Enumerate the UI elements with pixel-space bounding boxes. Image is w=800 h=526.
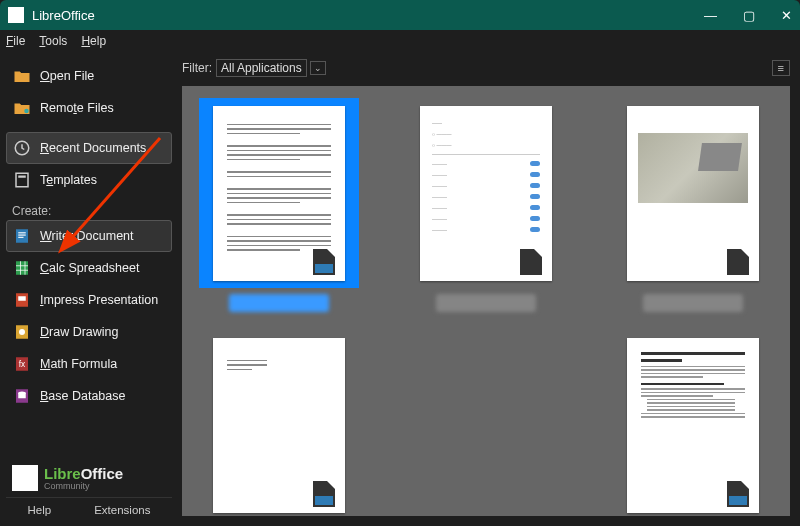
document-card[interactable] (196, 98, 363, 312)
document-thumbnail (199, 330, 359, 516)
sidebar: Open File Remote Files Recent Documents … (0, 52, 178, 526)
draw-icon (12, 323, 32, 341)
document-label (643, 294, 743, 312)
svg-rect-5 (18, 232, 26, 233)
hamburger-menu-icon[interactable]: ≡ (772, 60, 790, 76)
document-label (436, 294, 536, 312)
libreoffice-logo: LibreOffice Community (6, 461, 172, 491)
svg-rect-6 (18, 235, 26, 236)
sidebar-base[interactable]: Base Database (6, 380, 172, 412)
svg-rect-17 (18, 393, 26, 398)
file-icon (727, 249, 749, 275)
extensions-link[interactable]: Extensions (94, 504, 150, 516)
main-area: Open File Remote Files Recent Documents … (0, 52, 800, 526)
document-thumbnail-selected (199, 98, 359, 288)
writer-icon (12, 227, 32, 245)
document-thumbnail (613, 330, 773, 516)
document-thumbnail: —— ○ ——— ○ ——— ——— ——— ——— ——— ——— ——— —… (406, 98, 566, 288)
folder-open-icon (12, 67, 32, 85)
calc-icon (12, 259, 32, 277)
document-card[interactable]: —— ○ ——— ○ ——— ——— ——— ——— ——— ——— ——— —… (403, 98, 570, 312)
filter-dropdown-icon[interactable]: ⌄ (310, 61, 326, 75)
maximize-button[interactable]: ▢ (743, 8, 755, 23)
sidebar-impress[interactable]: Impress Presentation (6, 284, 172, 316)
writer-file-icon (727, 481, 749, 507)
base-icon (12, 387, 32, 405)
sidebar-draw[interactable]: Draw Drawing (6, 316, 172, 348)
file-icon (520, 249, 542, 275)
sidebar-templates[interactable]: Templates (6, 164, 172, 196)
document-label (229, 294, 329, 312)
menu-tools[interactable]: Tools (39, 34, 67, 48)
sidebar-calc[interactable]: Calc Spreadsheet (6, 252, 172, 284)
sidebar-recent-documents[interactable]: Recent Documents (6, 132, 172, 164)
svg-rect-7 (18, 237, 23, 238)
folder-remote-icon (12, 99, 32, 117)
content-area: Filter: All Applications ⌄ ≡ (178, 52, 800, 526)
window-title: LibreOffice (32, 8, 95, 23)
menubar: File Tools Help (0, 30, 800, 52)
filter-select[interactable]: All Applications (216, 59, 307, 77)
recent-documents-grid: —— ○ ——— ○ ——— ——— ——— ——— ——— ——— ——— —… (182, 86, 790, 516)
sidebar-remote-files[interactable]: Remote Files (6, 92, 172, 124)
document-thumbnail (613, 98, 773, 288)
sidebar-footer: Help Extensions (6, 497, 172, 520)
document-card[interactable] (609, 98, 776, 312)
menu-help[interactable]: Help (81, 34, 106, 48)
impress-icon (12, 291, 32, 309)
create-label: Create: (6, 196, 172, 220)
window-controls: — ▢ ✕ (704, 8, 792, 23)
svg-rect-3 (18, 176, 26, 178)
filter-row: Filter: All Applications ⌄ ≡ (178, 52, 800, 80)
filter-label: Filter: (182, 61, 212, 75)
svg-rect-4 (16, 229, 28, 243)
svg-rect-2 (16, 173, 28, 187)
svg-point-0 (24, 109, 29, 114)
writer-file-icon (313, 481, 335, 507)
svg-rect-8 (16, 261, 28, 275)
svg-rect-10 (18, 296, 26, 301)
writer-file-icon (313, 249, 335, 275)
document-card[interactable] (609, 330, 776, 516)
sidebar-open-file[interactable]: Open File (6, 60, 172, 92)
document-card[interactable]: MTE TEST 3 (196, 330, 363, 516)
menu-file[interactable]: File (6, 34, 25, 48)
titlebar: LibreOffice — ▢ ✕ (0, 0, 800, 30)
sidebar-writer[interactable]: Writer Document (6, 220, 172, 252)
sidebar-math[interactable]: fx Math Formula (6, 348, 172, 380)
template-icon (12, 171, 32, 189)
minimize-button[interactable]: — (704, 8, 717, 23)
help-link[interactable]: Help (28, 504, 52, 516)
svg-point-12 (19, 329, 25, 335)
app-icon (8, 7, 24, 23)
svg-text:fx: fx (19, 360, 26, 369)
clock-icon (12, 139, 32, 157)
math-icon: fx (12, 355, 32, 373)
close-button[interactable]: ✕ (781, 8, 792, 23)
logo-icon (12, 465, 38, 491)
